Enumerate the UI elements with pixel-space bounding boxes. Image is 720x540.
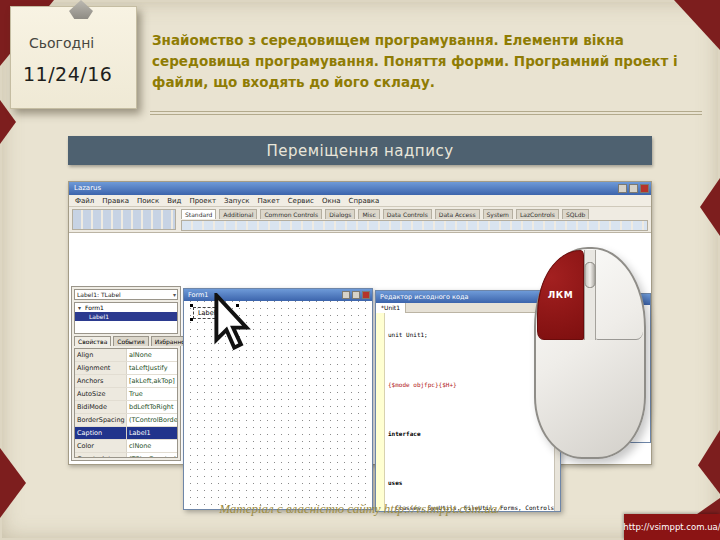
ide-menubar: Файл Правка Поиск Вид Проект Запуск Паке… (69, 195, 651, 207)
maximize-icon[interactable] (352, 291, 360, 299)
code-area[interactable]: unit Unit1; {$mode objfpc}{$H+} interfac… (386, 313, 554, 511)
tab-events[interactable]: События (113, 336, 148, 346)
tab-unit1[interactable]: *Unit1 (376, 303, 406, 313)
tree-item-label-text: Label1 (89, 313, 109, 320)
palette-tab-additional[interactable]: Additional (219, 209, 257, 219)
corner-decoration (700, 178, 720, 236)
menu-edit[interactable]: Правка (102, 197, 129, 205)
editor-gutter (376, 313, 385, 511)
tree-item-label[interactable]: Label1 (75, 312, 177, 321)
footer-credit: Матеріал є власністю сайту http://vsimpp… (68, 501, 652, 517)
note-title: Сьогодні (29, 35, 136, 51)
property-row[interactable]: AlignmenttaLeftJustify (75, 362, 177, 375)
code-line[interactable]: uses (388, 479, 554, 487)
palette-tab-sqldb[interactable]: SQLdb (562, 209, 590, 219)
palette-tab-dialogs[interactable]: Dialogs (325, 209, 355, 219)
minimize-icon[interactable] (342, 291, 350, 299)
maximize-icon[interactable] (629, 184, 638, 193)
window-controls (618, 184, 649, 193)
paper-clip-icon (69, 0, 93, 19)
tree-item-label-text: Form1 (85, 304, 104, 311)
selection-handle[interactable] (190, 318, 193, 321)
property-row[interactable]: AlignalNone (75, 349, 177, 362)
chevron-down-icon: ▾ (173, 290, 176, 299)
menu-help[interactable]: Справка (349, 197, 380, 205)
close-icon[interactable] (362, 291, 370, 299)
ide-toolbar-zone: Standard Additional Common Controls Dial… (69, 207, 651, 233)
menu-project[interactable]: Проект (189, 197, 216, 205)
menu-file[interactable]: Файл (75, 197, 94, 205)
property-row[interactable]: ColorclNone (75, 440, 177, 453)
mouse-left-button: ЛКМ (537, 250, 584, 340)
date-note: Сьогодні 11/24/16 (10, 6, 137, 109)
palette-tab-common-controls[interactable]: Common Controls (260, 209, 322, 219)
ide-titlebar: Lazarus (69, 182, 651, 195)
presentation-slide: Сьогодні 11/24/16 Знайомство з середовищ… (0, 0, 720, 540)
mouse-wheel (585, 262, 596, 288)
inspector-tabs: Свойства События Избранное (74, 336, 178, 346)
form-title-text: Form1 (188, 291, 209, 299)
code-line[interactable] (388, 405, 554, 413)
code-line[interactable]: unit Unit1; (388, 331, 554, 339)
section-header: Переміщення надпису (68, 136, 652, 165)
close-icon[interactable] (640, 184, 649, 193)
title-divider (150, 111, 702, 115)
editor-titlebar: Редактор исходного кода (376, 291, 560, 303)
palette-tab-data-access[interactable]: Data Access (435, 209, 480, 219)
property-row[interactable]: Constraints(TSizeConstraints) (75, 453, 177, 458)
note-date: 11/24/16 (23, 63, 136, 85)
property-row[interactable]: Anchors[akLeft,akTop] (75, 375, 177, 388)
property-grid: AlignalNone AlignmenttaLeftJustify Ancho… (74, 348, 178, 458)
palette-tab-system[interactable]: System (483, 209, 513, 219)
window-controls (342, 291, 370, 299)
component-tree: ▾Form1 Label1 (74, 302, 178, 334)
menu-tools[interactable]: Сервис (288, 197, 314, 205)
menu-search[interactable]: Поиск (137, 197, 159, 205)
toolbar-icons[interactable] (72, 209, 176, 230)
minimize-icon[interactable] (618, 184, 627, 193)
selection-handle[interactable] (190, 304, 193, 307)
corner-decoration (698, 430, 720, 494)
editor-body: unit Unit1; {$mode objfpc}{$H+} interfac… (376, 313, 560, 511)
palette-tab-standard[interactable]: Standard (181, 209, 216, 219)
tab-properties[interactable]: Свойства (74, 336, 111, 346)
object-inspector: Label1: TLabel ▾ ▾Form1 Label1 Свойства … (71, 286, 181, 461)
component-palette-icons[interactable] (181, 220, 648, 231)
slide-title: Знайомство з середовищем програмування. … (152, 30, 702, 93)
mouse-right-button (596, 250, 643, 340)
property-row[interactable]: BidiModebdLeftToRight (75, 401, 177, 414)
editor-title-text: Редактор исходного кода (380, 293, 468, 301)
section-header-text: Переміщення надпису (266, 142, 453, 160)
property-row-caption[interactable]: CaptionLabel1 (75, 427, 177, 440)
corner-decoration (0, 448, 26, 518)
palette-tab-lazcontrols[interactable]: LazControls (516, 209, 559, 219)
palette-tab-data-controls[interactable]: Data Controls (383, 209, 432, 219)
code-line[interactable] (388, 356, 554, 364)
code-line[interactable] (388, 454, 554, 462)
menu-windows[interactable]: Окна (322, 197, 341, 205)
editor-tab-strip: *Unit1 (376, 303, 560, 313)
component-combo-value: Label1: TLabel (77, 291, 121, 298)
ide-window-title: Lazarus (74, 184, 101, 192)
component-palette-tabs: Standard Additional Common Controls Dial… (181, 208, 648, 219)
collapse-icon[interactable]: ▾ (78, 303, 85, 312)
tree-item-form[interactable]: ▾Form1 (75, 303, 177, 312)
menu-package[interactable]: Пакет (258, 197, 280, 205)
property-row[interactable]: BorderSpacing(TControlBorderSpacing) (75, 414, 177, 427)
code-line[interactable]: interface (388, 430, 554, 438)
code-line[interactable]: {$mode objfpc}{$H+} (388, 381, 554, 389)
component-combo[interactable]: Label1: TLabel ▾ (74, 289, 178, 300)
property-row[interactable]: AutoSizeTrue (75, 388, 177, 401)
palette-tab-misc[interactable]: Misc (358, 209, 379, 219)
menu-view[interactable]: Вид (167, 197, 181, 205)
menu-run[interactable]: Запуск (224, 197, 250, 205)
mouse-left-button-label: ЛКМ (548, 290, 573, 300)
site-url-badge[interactable]: http://vsimppt.com.ua/ (624, 514, 720, 540)
mouse-cursor-icon (211, 293, 253, 351)
mouse-illustration: ЛКМ (534, 247, 646, 459)
